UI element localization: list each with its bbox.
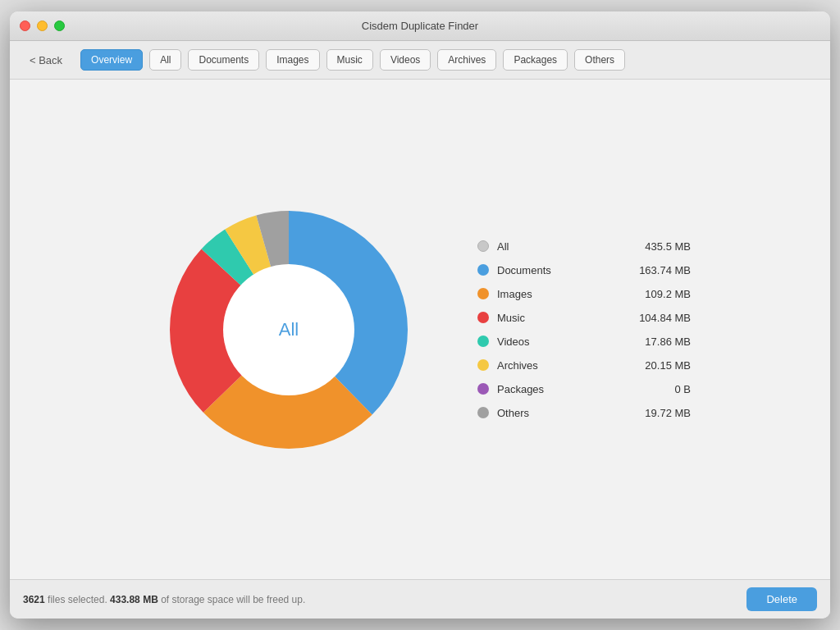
legend-label-music: Music xyxy=(497,312,617,324)
legend-item-archives: Archives 20.15 MB xyxy=(477,359,691,372)
legend-label-images: Images xyxy=(497,288,617,300)
legend-value-all: 435.5 MB xyxy=(625,240,691,253)
tab-packages[interactable]: Packages xyxy=(503,49,568,71)
main-content: All All 435.5 MB Documents 163.74 MB Ima… xyxy=(10,80,830,579)
legend-value-images: 109.2 MB xyxy=(625,288,691,300)
storage-label: of storage space will be freed up. xyxy=(161,594,305,605)
legend-item-all: All 435.5 MB xyxy=(477,240,691,253)
minimize-button[interactable] xyxy=(37,21,48,31)
legend-dot-videos xyxy=(477,336,489,347)
legend-dot-images xyxy=(477,288,489,299)
legend-dot-others xyxy=(477,407,489,418)
window-title: Cisdem Duplicate Finder xyxy=(362,20,478,32)
main-window: Cisdem Duplicate Finder < Back Overview … xyxy=(10,11,830,619)
tab-others[interactable]: Others xyxy=(574,49,625,71)
legend-label-archives: Archives xyxy=(497,359,617,372)
tab-videos[interactable]: Videos xyxy=(380,49,431,71)
legend-item-videos: Videos 17.86 MB xyxy=(477,336,691,348)
legend-value-videos: 17.86 MB xyxy=(625,336,691,348)
toolbar: < Back Overview All Documents Images Mus… xyxy=(10,41,830,80)
tab-music[interactable]: Music xyxy=(326,49,373,71)
legend-label-others: Others xyxy=(497,407,617,419)
status-message: 3621 files selected. 433.88 MB of storag… xyxy=(23,594,305,605)
legend-dot-archives xyxy=(477,359,489,371)
legend-value-archives: 20.15 MB xyxy=(625,359,691,372)
legend-value-music: 104.84 MB xyxy=(625,312,691,324)
legend-dot-all xyxy=(477,240,489,252)
close-button[interactable] xyxy=(20,21,30,31)
storage-amount: 433.88 MB xyxy=(110,594,161,605)
back-button[interactable]: < Back xyxy=(23,51,69,70)
legend-value-packages: 0 B xyxy=(625,383,691,395)
window-controls xyxy=(20,21,65,31)
legend-label-packages: Packages xyxy=(497,383,617,395)
legend-item-others: Others 19.72 MB xyxy=(477,407,691,419)
statusbar: 3621 files selected. 433.88 MB of storag… xyxy=(10,579,830,619)
files-label: files selected. xyxy=(48,594,107,605)
legend-label-all: All xyxy=(497,240,617,253)
legend-value-others: 19.72 MB xyxy=(625,407,691,419)
tab-archives[interactable]: Archives xyxy=(437,49,496,71)
maximize-button[interactable] xyxy=(54,21,65,31)
legend-dot-packages xyxy=(477,383,489,395)
chart-container: All xyxy=(149,190,428,469)
delete-button[interactable]: Delete xyxy=(746,587,817,611)
tab-documents[interactable]: Documents xyxy=(188,49,259,71)
files-count: 3621 xyxy=(23,594,45,605)
legend-item-documents: Documents 163.74 MB xyxy=(477,264,691,276)
legend-item-music: Music 104.84 MB xyxy=(477,312,691,324)
legend-value-documents: 163.74 MB xyxy=(625,264,691,276)
legend-label-videos: Videos xyxy=(497,336,617,348)
tab-overview[interactable]: Overview xyxy=(80,49,143,71)
titlebar: Cisdem Duplicate Finder xyxy=(10,11,830,41)
legend: All 435.5 MB Documents 163.74 MB Images … xyxy=(477,240,691,419)
legend-label-documents: Documents xyxy=(497,264,617,276)
legend-item-packages: Packages 0 B xyxy=(477,383,691,395)
chart-center-label: All xyxy=(223,264,354,395)
tab-all[interactable]: All xyxy=(149,49,181,71)
tab-images[interactable]: Images xyxy=(266,49,319,71)
legend-dot-music xyxy=(477,312,489,323)
legend-dot-documents xyxy=(477,264,489,276)
legend-item-images: Images 109.2 MB xyxy=(477,288,691,300)
